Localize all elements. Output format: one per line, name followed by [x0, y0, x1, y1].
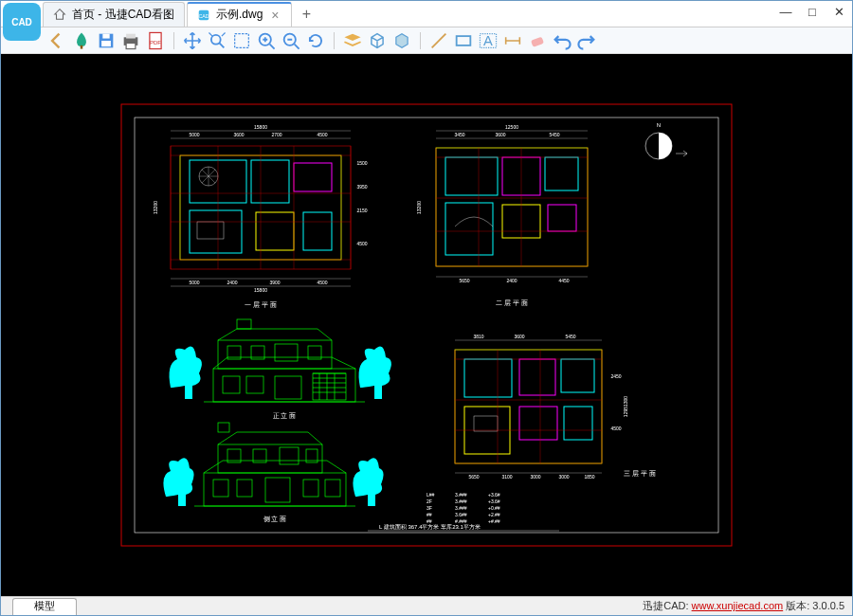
zoom-window-icon[interactable]: [231, 30, 252, 51]
svg-text:3.###: 3.###: [455, 492, 467, 498]
svg-rect-84: [325, 480, 340, 497]
erase-icon[interactable]: [527, 30, 548, 51]
svg-text:L 建筑面积  367.4平方米  车库23.1平方米: L 建筑面积 367.4平方米 车库23.1平方米: [379, 523, 481, 530]
toolbar: PDF A: [1, 27, 852, 54]
close-button[interactable]: ✕: [831, 5, 846, 19]
rect-tool-icon[interactable]: [453, 30, 474, 51]
svg-text:2700: 2700: [271, 132, 281, 137]
minimize-button[interactable]: —: [778, 5, 793, 19]
svg-rect-79: [218, 423, 229, 432]
svg-rect-48: [445, 157, 498, 195]
svg-rect-8: [126, 43, 136, 48]
new-tab-button[interactable]: +: [294, 2, 318, 27]
svg-text:13200: 13200: [416, 201, 422, 214]
zoom-out-icon[interactable]: [281, 30, 301, 51]
undo-icon[interactable]: [552, 30, 572, 51]
svg-text:+#.##: +#.##: [488, 518, 500, 524]
svg-rect-80: [213, 480, 228, 497]
tab-bar: 首页 - 迅捷CAD看图 CAD 示例.dwg × + — □ ✕: [1, 1, 852, 27]
svg-rect-93: [561, 359, 594, 392]
svg-rect-78: [218, 444, 322, 473]
pdf-icon[interactable]: PDF: [145, 30, 166, 51]
layer-icon[interactable]: [342, 30, 363, 51]
svg-rect-50: [545, 157, 578, 190]
regen-icon[interactable]: [305, 30, 326, 51]
svg-rect-47: [436, 148, 588, 266]
save-icon[interactable]: [96, 30, 117, 51]
svg-text:2400: 2400: [227, 280, 237, 285]
svg-rect-87: [280, 447, 299, 464]
svg-rect-97: [474, 416, 498, 431]
svg-rect-69: [246, 376, 263, 393]
redo-icon[interactable]: [576, 30, 597, 51]
website-link[interactable]: www.xunjiecad.com: [692, 600, 784, 611]
svg-text:+0.##: +0.##: [488, 505, 500, 511]
svg-text:3600: 3600: [514, 334, 524, 339]
print-icon[interactable]: [120, 30, 141, 51]
svg-rect-15: [457, 36, 471, 45]
svg-rect-19: [121, 104, 732, 546]
svg-rect-82: [265, 478, 290, 502]
svg-text:4500: 4500: [610, 426, 621, 431]
svg-rect-2: [81, 45, 82, 48]
svg-rect-51: [445, 203, 493, 255]
tab-label: 首页 - 迅捷CAD看图: [72, 7, 174, 23]
svg-point-11: [211, 34, 221, 44]
3d-icon[interactable]: [367, 30, 388, 51]
svg-rect-91: [464, 359, 512, 397]
zoom-extents-icon[interactable]: [207, 30, 227, 51]
svg-rect-95: [519, 407, 557, 440]
dwg-icon: CAD: [197, 9, 210, 22]
svg-text:3F: 3F: [426, 505, 432, 511]
svg-text:正 立 面: 正 立 面: [273, 412, 297, 419]
svg-text:2400: 2400: [506, 278, 517, 283]
svg-rect-53: [548, 205, 576, 231]
svg-text:+2.##: +2.##: [488, 512, 500, 517]
svg-text:PDF: PDF: [150, 38, 161, 45]
svg-rect-81: [237, 480, 252, 497]
tab-home[interactable]: 首页 - 迅捷CAD看图: [43, 2, 185, 27]
status-info: 迅捷CAD: www.xunjiecad.com 版本: 3.0.0.5: [643, 599, 844, 613]
svg-rect-27: [256, 212, 294, 250]
svg-text:侧 立 面: 侧 立 面: [263, 516, 287, 522]
zoom-in-icon[interactable]: [256, 30, 277, 51]
svg-text:4450: 4450: [558, 278, 569, 283]
svg-rect-25: [294, 163, 332, 191]
line-tool-icon[interactable]: [428, 30, 449, 51]
svg-text:3000: 3000: [558, 474, 569, 480]
drawing-viewport[interactable]: 5000 3600 2700 4500 15800 5000 2400 3900…: [1, 54, 852, 596]
close-icon[interactable]: ×: [268, 9, 281, 22]
svg-text:5450: 5450: [565, 334, 575, 339]
svg-text:2150: 2150: [356, 208, 367, 213]
svg-text:5650: 5650: [459, 278, 469, 283]
svg-text:CAD: CAD: [198, 12, 209, 18]
text-tool-icon[interactable]: A: [478, 30, 499, 51]
dimension-icon[interactable]: [502, 30, 523, 51]
svg-text:3810: 3810: [473, 334, 483, 339]
tab-label: 示例.dwg: [216, 7, 263, 23]
svg-text:3900: 3900: [269, 280, 280, 285]
maximize-button[interactable]: □: [805, 5, 820, 19]
svg-text:2F: 2F: [426, 498, 432, 504]
model-tab[interactable]: 模型: [12, 598, 77, 615]
svg-rect-92: [519, 359, 555, 395]
svg-text:3100: 3100: [501, 474, 512, 480]
svg-rect-70: [275, 376, 301, 399]
svg-text:3950: 3950: [356, 184, 367, 190]
window-controls: — □ ✕: [778, 5, 846, 19]
svg-text:三 层 平 面: 三 层 平 面: [624, 470, 656, 477]
svg-text:N: N: [657, 122, 661, 128]
pan-icon[interactable]: [182, 30, 203, 51]
svg-text:2450: 2450: [610, 373, 621, 379]
svg-text:3000: 3000: [530, 474, 540, 480]
svg-text:二 层 平 面: 二 层 平 面: [496, 299, 528, 306]
svg-text:3.###: 3.###: [455, 505, 467, 511]
back-icon[interactable]: [46, 30, 67, 51]
svg-rect-30: [197, 222, 224, 239]
tree-icon[interactable]: [71, 30, 92, 51]
home-icon: [53, 8, 66, 21]
box-icon[interactable]: [391, 30, 412, 51]
tab-file[interactable]: CAD 示例.dwg ×: [187, 2, 292, 27]
svg-rect-26: [190, 210, 242, 253]
svg-text:15800: 15800: [254, 287, 267, 293]
